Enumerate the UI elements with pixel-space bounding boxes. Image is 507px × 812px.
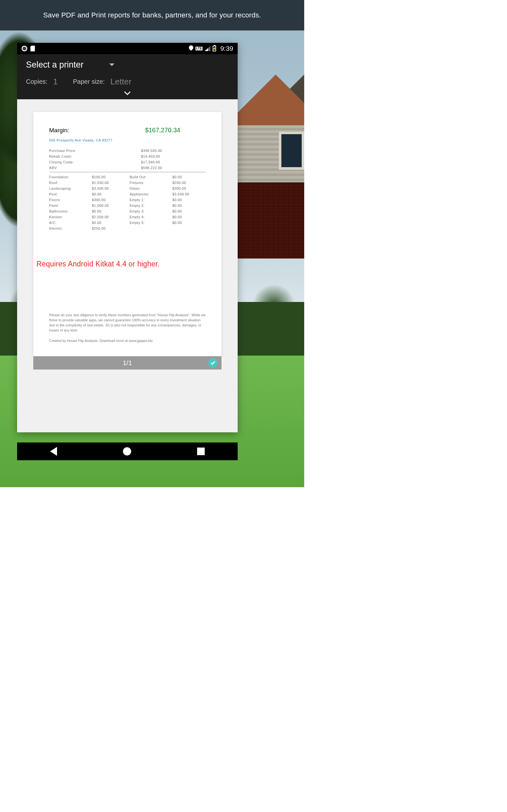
- copies-value[interactable]: 1: [53, 77, 58, 87]
- paper-size-value[interactable]: Letter: [110, 77, 131, 87]
- summary-val: $14,450.00: [141, 154, 160, 158]
- cost-key: Empty 4:: [130, 215, 172, 219]
- page-counter: 1/1: [123, 359, 132, 367]
- cost-val: $0.00: [172, 209, 182, 213]
- cost-key: Foundation:: [49, 175, 92, 179]
- summary-row: ARV:$598,222.00: [49, 165, 206, 171]
- cost-val: $300.00: [92, 198, 106, 202]
- report-page: Margin: $167,270.34 555 Prosperity Ave V…: [33, 112, 222, 356]
- cost-val: $0.00: [172, 215, 182, 219]
- promo-text: Save PDF and Print reports for banks, pa…: [43, 11, 261, 19]
- cost-val: $3,500.00: [172, 192, 189, 196]
- cost-key: Kitchen:: [49, 215, 92, 219]
- cost-row: Empty 3:$0.00: [130, 208, 206, 214]
- cost-key: Build Out:: [130, 175, 172, 179]
- cost-row: Floors:$300.00: [49, 197, 125, 203]
- cost-key: Pool:: [49, 192, 92, 196]
- summary-key: Rehab Costs:: [49, 154, 141, 158]
- network-badge: LTE: [195, 47, 203, 50]
- cost-key: Fixtures:: [130, 181, 172, 185]
- cost-row: Build Out:$0.00: [130, 174, 206, 180]
- cost-val: $250.00: [92, 226, 106, 230]
- copies-label: Copies:: [26, 78, 48, 85]
- summary-row: Closing Costs:$17,946.66: [49, 159, 206, 165]
- cost-val: $0.00: [172, 198, 182, 202]
- cost-row: Paint:$1,000.00: [49, 203, 125, 208]
- cost-key: Paint:: [49, 204, 92, 207]
- paper-size-label: Paper size:: [73, 78, 105, 85]
- cost-val: $0.00: [172, 221, 182, 224]
- credit-text: Created by House Flip Analysis. Download…: [49, 339, 206, 343]
- cost-key: Bathrooms:: [49, 209, 92, 213]
- cost-val: $0.00: [92, 209, 101, 213]
- cost-val: $1,500.00: [92, 181, 109, 185]
- cost-key: Empty 1:: [130, 198, 172, 202]
- cost-row: A/C:$0.00: [49, 220, 125, 225]
- summary-val: $17,946.66: [141, 160, 160, 164]
- summary-row: Purchase Price:$398,555.00: [49, 148, 206, 154]
- cost-val: $0.00: [92, 192, 101, 196]
- cost-key: Roof:: [49, 181, 92, 185]
- cost-row: Empty 1:$0.00: [130, 197, 206, 203]
- cost-row: Landscaping:$3,500.00: [49, 186, 125, 191]
- cost-val: $300.00: [172, 187, 186, 190]
- expand-options-button[interactable]: [26, 91, 229, 96]
- cost-row: Empty 2:$0.00: [130, 203, 206, 208]
- cost-val: $0.00: [172, 204, 182, 207]
- cost-key: Electric:: [49, 226, 92, 230]
- cost-key: Appliances:: [130, 192, 172, 196]
- cost-val: $200.00: [172, 181, 186, 185]
- cost-key: Empty 3:: [130, 209, 172, 213]
- cost-row: Kitchen:$2,500.00: [49, 214, 125, 220]
- status-bar: LTE ⚡ 9:39: [17, 43, 238, 54]
- requirement-notice: Requires Android Kitkat 4.4 or higher.: [37, 260, 206, 268]
- device-frame: LTE ⚡ 9:39 Select a printer Copies: 1 Pa…: [17, 43, 238, 432]
- summary-key: ARV:: [49, 166, 141, 170]
- cost-key: Floors:: [49, 198, 92, 202]
- print-preview-area[interactable]: Margin: $167,270.34 555 Prosperity Ave V…: [17, 99, 238, 432]
- signal-icon: [205, 46, 210, 51]
- cost-row: Electric:$250.00: [49, 225, 125, 231]
- cost-key: Landscaping:: [49, 187, 92, 190]
- cost-val: $1,000.00: [92, 204, 109, 207]
- cost-row: Appliances:$3,500.00: [130, 191, 206, 197]
- chevron-down-icon: [124, 91, 131, 96]
- select-printer-dropdown[interactable]: Select a printer: [26, 60, 229, 70]
- cost-row: Empty 4:$0.00: [130, 214, 206, 220]
- location-icon: [189, 45, 193, 52]
- cost-row: Foundation:$100.00: [49, 174, 125, 180]
- chevron-down-icon: [109, 63, 115, 67]
- nav-back-button[interactable]: [50, 447, 57, 456]
- cost-val: $3,500.00: [92, 187, 109, 190]
- cost-val: $0.00: [172, 175, 182, 179]
- android-nav-bar: [17, 443, 238, 460]
- cost-key: Empty 2:: [130, 204, 172, 207]
- cost-val: $2,500.00: [92, 215, 109, 219]
- summary-val: $598,222.00: [141, 166, 162, 170]
- confirm-print-button[interactable]: [208, 358, 218, 368]
- cost-val: $100.00: [92, 175, 106, 179]
- record-icon: [21, 46, 27, 51]
- print-settings-panel: Select a printer Copies: 1 Paper size: L…: [17, 54, 238, 99]
- cost-key: A/C:: [49, 221, 92, 224]
- page-footer-bar: 1/1: [33, 356, 222, 369]
- battery-icon: ⚡: [213, 46, 216, 51]
- check-icon: [210, 360, 216, 366]
- clock: 9:39: [220, 45, 233, 52]
- summary-key: Purchase Price:: [49, 149, 141, 153]
- select-printer-label: Select a printer: [26, 60, 83, 70]
- property-address: 555 Prosperity Ave Visalia, CA 93277: [49, 138, 206, 142]
- cost-row: Bathrooms:$0.00: [49, 208, 125, 214]
- cost-val: $0.00: [92, 221, 101, 224]
- sdcard-icon: [31, 46, 35, 51]
- cost-row: Roof:$1,500.00: [49, 180, 125, 186]
- cost-key: Empty 5:: [130, 221, 172, 224]
- cost-key: Glass:: [130, 187, 172, 190]
- summary-key: Closing Costs:: [49, 160, 141, 164]
- cost-row: Glass:$300.00: [130, 186, 206, 191]
- cost-row: Fixtures:$200.00: [130, 180, 206, 186]
- summary-val: $398,555.00: [141, 149, 162, 153]
- nav-recent-button[interactable]: [197, 448, 205, 455]
- nav-home-button[interactable]: [123, 447, 131, 455]
- summary-row: Rehab Costs:$14,450.00: [49, 154, 206, 159]
